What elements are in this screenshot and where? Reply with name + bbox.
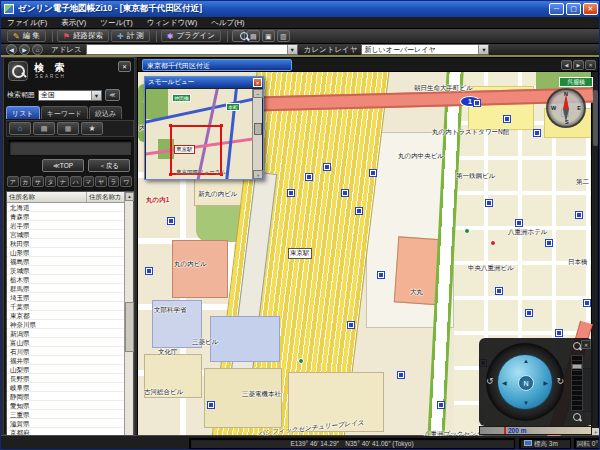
slider-thumb[interactable] bbox=[572, 364, 582, 369]
search-range-combobox[interactable]: 全国 ▼ bbox=[38, 90, 102, 101]
small-view-close-button[interactable]: ✕ bbox=[253, 78, 262, 87]
rotate-right-icon[interactable]: ↻ bbox=[556, 376, 564, 386]
minimize-button[interactable]: ─ bbox=[549, 3, 564, 15]
list-item-prefecture[interactable]: 茨城県 bbox=[7, 266, 126, 275]
column-header-kana[interactable]: 住所名称カ bbox=[87, 192, 125, 202]
kana-index-button[interactable]: ア bbox=[7, 176, 19, 187]
list-item-prefecture[interactable]: 三重県 bbox=[7, 410, 126, 419]
building-category-button[interactable]: ▦ bbox=[57, 122, 79, 135]
folder-button[interactable]: ▥ bbox=[277, 30, 290, 42]
back-button[interactable]: ◀ bbox=[6, 44, 17, 55]
list-item-prefecture[interactable]: 福井県 bbox=[7, 356, 126, 365]
layers-button[interactable]: ▣ bbox=[262, 30, 275, 42]
kana-index-button[interactable]: ナ bbox=[57, 176, 69, 187]
tab-filter[interactable]: 絞込み bbox=[89, 106, 122, 119]
list-item-prefecture[interactable]: 北海道 bbox=[7, 203, 126, 212]
list-item-prefecture[interactable]: 福島県 bbox=[7, 257, 126, 266]
nav-control-close-button[interactable]: ✕ bbox=[581, 340, 591, 349]
scrollbar-thumb[interactable] bbox=[125, 302, 134, 352]
list-item-prefecture[interactable]: 埼玉県 bbox=[7, 293, 126, 302]
list-item-prefecture[interactable]: 山梨県 bbox=[7, 365, 126, 374]
plugin-button[interactable]: ✱ プラグイン bbox=[161, 30, 221, 42]
measure-button[interactable]: ✛ 計 測 bbox=[111, 30, 150, 42]
scroll-up-icon[interactable]: ▲ bbox=[125, 192, 134, 201]
home-category-button[interactable]: ⌂ bbox=[9, 122, 31, 135]
tab-list[interactable]: リスト bbox=[6, 106, 40, 119]
list-item-prefecture[interactable]: 群馬県 bbox=[7, 284, 126, 293]
home-button[interactable]: ⌂ bbox=[32, 44, 43, 55]
close-button[interactable]: ✕ bbox=[583, 3, 598, 15]
menu-tools[interactable]: ツール(T) bbox=[100, 18, 132, 28]
list-item-prefecture[interactable]: 富山県 bbox=[7, 338, 126, 347]
map-window-titlebar[interactable]: 東京都千代田区付近 ◀ ▶ ✕ bbox=[138, 58, 598, 72]
zoom-out-icon[interactable] bbox=[572, 412, 583, 423]
dropdown-arrow-icon[interactable]: ▼ bbox=[478, 45, 488, 54]
list-item-prefecture[interactable]: 千葉県 bbox=[7, 302, 126, 311]
maximize-button[interactable]: ▢ bbox=[566, 3, 581, 15]
pan-down-icon[interactable]: ▼ bbox=[523, 400, 529, 406]
list-item-prefecture[interactable]: 長野県 bbox=[7, 374, 126, 383]
list-item-prefecture[interactable]: 石川県 bbox=[7, 347, 126, 356]
menu-help[interactable]: ヘルプ(H) bbox=[211, 18, 244, 28]
list-item-prefecture[interactable]: 栃木県 bbox=[7, 275, 126, 284]
list-item-prefecture[interactable]: 岩手県 bbox=[7, 221, 126, 230]
map-canvas[interactable]: 1 呉服橋 N E S W スモールビュー ✕ bbox=[138, 72, 593, 436]
dropdown-arrow-icon[interactable]: ▼ bbox=[287, 45, 297, 54]
list-vertical-scrollbar[interactable]: ▲ bbox=[124, 192, 133, 450]
kana-index-button[interactable]: サ bbox=[32, 176, 44, 187]
list-item-prefecture[interactable]: 山形県 bbox=[7, 248, 126, 257]
small-view-map[interactable]: 神田橋本町東京駅東京国際フォーラム中央区役所 bbox=[146, 89, 253, 179]
list-item-prefecture[interactable]: 東京都 bbox=[7, 311, 126, 320]
small-view-zoom-slider[interactable]: − ＋ bbox=[252, 89, 262, 179]
kana-index-button[interactable]: マ bbox=[83, 176, 95, 187]
list-item-prefecture[interactable]: 秋田県 bbox=[7, 239, 126, 248]
favorites-category-button[interactable]: ★ bbox=[81, 122, 103, 135]
list-item-prefecture[interactable]: 新潟県 bbox=[7, 329, 126, 338]
current-layer-combobox[interactable]: 新しいオーバーレイヤ ▼ bbox=[361, 44, 489, 55]
map-window-prev-button[interactable]: ◀ bbox=[561, 60, 572, 70]
dropdown-arrow-icon[interactable]: ▼ bbox=[91, 91, 101, 100]
search-panel-close-button[interactable]: ✕ bbox=[118, 61, 131, 72]
menu-file[interactable]: ファイル(F) bbox=[7, 18, 47, 28]
kana-index-button[interactable]: ワ bbox=[120, 176, 132, 187]
north-reset-button[interactable]: N bbox=[518, 375, 534, 391]
kana-index-button[interactable]: ラ bbox=[108, 176, 120, 187]
zoom-out-icon[interactable]: − bbox=[253, 89, 263, 98]
scrollbar-thumb[interactable] bbox=[593, 90, 598, 146]
map-window-title[interactable]: 東京都千代田区付近 bbox=[142, 59, 292, 71]
zoom-in-icon[interactable]: ＋ bbox=[253, 170, 263, 179]
list-item-prefecture[interactable]: 青森県 bbox=[7, 212, 126, 221]
map-search-tool-button[interactable] bbox=[232, 30, 245, 42]
address-combobox[interactable]: ▼ bbox=[86, 44, 298, 55]
zoom-slider[interactable] bbox=[571, 355, 583, 411]
kana-index-button[interactable]: ヤ bbox=[95, 176, 107, 187]
pan-dpad[interactable]: ▲ ▼ ◀ ▶ N bbox=[497, 354, 553, 410]
tab-keyword[interactable]: キーワード bbox=[41, 106, 89, 119]
search-breadcrumb-field[interactable] bbox=[8, 140, 132, 156]
map-window-next-button[interactable]: ▶ bbox=[573, 60, 584, 70]
list-item-prefecture[interactable]: 静岡県 bbox=[7, 392, 126, 401]
pan-up-icon[interactable]: ▲ bbox=[523, 358, 529, 364]
edit-button[interactable]: ✎ 編 集 bbox=[7, 30, 46, 42]
small-view-titlebar[interactable]: スモールビュー bbox=[145, 77, 263, 88]
list-item-prefecture[interactable]: 愛知県 bbox=[7, 401, 126, 410]
rotation-ring[interactable]: ↺ ↻ ▲ ▼ ◀ ▶ N bbox=[486, 343, 564, 421]
column-header-name[interactable]: 住所名称 bbox=[7, 192, 87, 202]
pan-right-icon[interactable]: ▶ bbox=[543, 379, 548, 386]
menu-view[interactable]: 表示(V) bbox=[61, 18, 86, 28]
list-item-prefecture[interactable]: 宮城県 bbox=[7, 230, 126, 239]
list-item-prefecture[interactable]: 神奈川県 bbox=[7, 320, 126, 329]
rotate-left-icon[interactable]: ↺ bbox=[486, 376, 494, 386]
menu-window[interactable]: ウィンドウ(W) bbox=[147, 18, 197, 28]
map-window-close-button[interactable]: ✕ bbox=[585, 60, 596, 70]
forward-button[interactable]: ▶ bbox=[19, 44, 30, 55]
slider-thumb[interactable] bbox=[254, 123, 262, 135]
list-item-prefecture[interactable]: 滋賀県 bbox=[7, 419, 126, 428]
title-bar[interactable]: ゼンリン電子地図帳Zi10 - [東京都千代田区付近] ─ ▢ ✕ bbox=[1, 1, 600, 17]
top-button[interactable]: ≪TOP bbox=[42, 159, 84, 172]
map-scale-bar[interactable]: 200 m bbox=[479, 426, 592, 435]
panel-collapse-button[interactable]: ≪ bbox=[105, 89, 120, 101]
kana-index-button[interactable]: カ bbox=[20, 176, 32, 187]
compass-rose[interactable]: N E S W bbox=[546, 88, 586, 128]
list-item-prefecture[interactable]: 岐阜県 bbox=[7, 383, 126, 392]
